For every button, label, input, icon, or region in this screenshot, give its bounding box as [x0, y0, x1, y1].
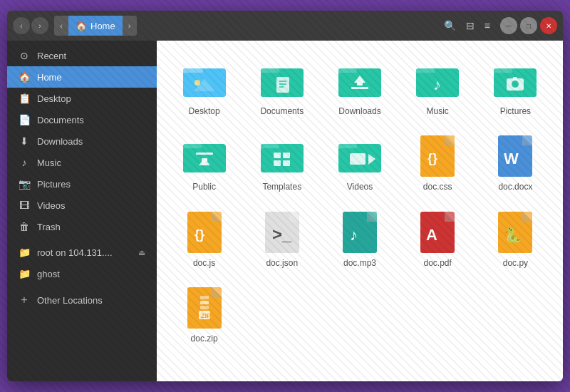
file-label-videos: Videos: [347, 182, 373, 192]
back-button[interactable]: ‹: [13, 17, 30, 34]
folder-icon-music: ♪: [415, 58, 460, 103]
file-icon-doc-docx: W: [492, 133, 538, 179]
sidebar-item-documents[interactable]: 📄 Documents: [7, 109, 157, 130]
file-item-desktop[interactable]: Desktop: [168, 52, 240, 122]
breadcrumb-left-arrow[interactable]: ‹: [54, 16, 68, 36]
file-label-public: Public: [192, 182, 216, 192]
file-item-documents[interactable]: Documents: [246, 52, 318, 122]
sidebar-item-recent[interactable]: ⊙ Recent: [7, 45, 157, 66]
sidebar-item-pictures[interactable]: 📷 Pictures: [7, 173, 157, 195]
file-label-doc-js: doc.js: [193, 258, 215, 268]
desktop-icon: 📋: [19, 93, 30, 104]
svg-rect-44: [350, 153, 366, 165]
file-icon-doc-css: {}: [415, 133, 460, 179]
file-label-templates: Templates: [262, 182, 301, 192]
svg-rect-37: [274, 153, 281, 158]
file-item-downloads[interactable]: Downloads: [323, 52, 395, 122]
sidebar-item-music[interactable]: ♪ Music: [7, 152, 157, 173]
file-item-templates[interactable]: Templates: [246, 128, 318, 197]
file-icon-doc-py: 🐍: [492, 210, 538, 255]
file-item-doc-py[interactable]: 🐍 doc.py: [480, 204, 551, 274]
file-label-doc-mp3: doc.mp3: [343, 258, 376, 268]
svg-point-4: [195, 80, 200, 86]
svg-rect-38: [283, 153, 290, 158]
file-label-music: Music: [427, 106, 449, 116]
sidebar-item-ghost[interactable]: 📁 ghost: [7, 263, 157, 284]
breadcrumb-home[interactable]: 🏠 Home: [68, 16, 123, 36]
menu-button[interactable]: ≡: [482, 17, 493, 34]
file-item-doc-docx[interactable]: W doc.docx: [480, 128, 551, 197]
sidebar-label-recent: Recent: [37, 51, 66, 61]
svg-rect-77: [200, 296, 209, 299]
breadcrumb-right-arrow[interactable]: ›: [123, 16, 137, 36]
file-item-doc-mp3[interactable]: ♪ doc.mp3: [323, 204, 395, 274]
folder-icon-templates: [259, 133, 305, 179]
file-label-pictures: Pictures: [500, 106, 531, 116]
search-button[interactable]: 🔍: [441, 17, 459, 34]
sidebar-item-root-mount[interactable]: 📁 root on 104.131.... ⏏: [7, 242, 157, 263]
music-icon: ♪: [19, 157, 30, 168]
file-label-desktop: Desktop: [189, 106, 220, 116]
file-item-doc-js[interactable]: {} doc.js: [168, 204, 240, 274]
files-area: Desktop: [157, 41, 563, 381]
svg-text:W: W: [504, 150, 519, 167]
eject-icon[interactable]: ⏏: [138, 248, 145, 257]
svg-rect-36: [261, 148, 304, 172]
sidebar-label-pictures: Pictures: [37, 179, 71, 190]
forward-button[interactable]: ›: [31, 17, 48, 34]
sidebar-item-home[interactable]: 🏠 Home: [7, 66, 157, 88]
svg-text:{}: {}: [428, 151, 437, 165]
svg-rect-68: [445, 212, 455, 222]
svg-rect-48: [445, 135, 455, 145]
sidebar-item-desktop[interactable]: 📋 Desktop: [7, 88, 157, 109]
sidebar-item-downloads[interactable]: ⬇ Downloads: [7, 130, 157, 152]
file-item-music[interactable]: ♪ Music: [402, 52, 474, 122]
nav-arrows: ‹ ›: [13, 17, 48, 34]
svg-rect-60: [289, 212, 299, 222]
file-label-doc-json: doc.json: [266, 258, 298, 268]
videos-icon: 🎞: [19, 200, 30, 211]
file-icon-doc-json: >_: [259, 210, 305, 255]
sidebar-label-trash: Trash: [37, 222, 61, 232]
file-item-doc-css[interactable]: {} doc.css: [402, 128, 474, 197]
sidebar-label-other: Other Locations: [37, 295, 103, 306]
file-label-downloads: Downloads: [338, 106, 380, 116]
file-item-public[interactable]: Public: [168, 128, 240, 197]
file-item-pictures[interactable]: Pictures: [480, 52, 551, 122]
file-item-videos[interactable]: Videos: [323, 128, 395, 197]
close-button[interactable]: ✕: [540, 17, 557, 34]
folder-icon-pictures: [492, 58, 538, 103]
svg-rect-79: [200, 306, 209, 309]
svg-rect-40: [283, 160, 290, 166]
svg-rect-16: [357, 82, 363, 86]
trash-icon: 🗑: [19, 221, 30, 232]
home-sidebar-icon: 🏠: [19, 71, 30, 83]
file-item-doc-zip[interactable]: ZIP doc.zip: [168, 279, 240, 349]
file-item-doc-pdf[interactable]: A doc.pdf: [402, 204, 474, 274]
sidebar-item-videos[interactable]: 🎞 Videos: [7, 195, 157, 216]
file-label-documents: Documents: [260, 106, 304, 116]
svg-rect-27: [513, 77, 517, 80]
svg-rect-39: [274, 160, 281, 166]
svg-text:♪: ♪: [433, 76, 441, 93]
folder-icon-documents: [259, 58, 305, 103]
file-label-doc-docx: doc.docx: [498, 182, 532, 192]
folder-icon-videos: [337, 133, 383, 179]
svg-rect-32: [202, 158, 207, 162]
sidebar-item-trash[interactable]: 🗑 Trash: [7, 216, 157, 237]
pictures-icon: 📷: [19, 178, 30, 190]
sidebar-label-home: Home: [37, 72, 62, 83]
file-icon-doc-pdf: A: [415, 210, 460, 255]
maximize-button[interactable]: □: [520, 17, 537, 34]
svg-rect-76: [212, 287, 222, 297]
svg-rect-72: [522, 212, 532, 222]
view-list-button[interactable]: ⊟: [463, 17, 477, 34]
sidebar-other-locations[interactable]: + Other Locations: [7, 289, 157, 311]
sidebar-label-desktop: Desktop: [37, 93, 71, 104]
file-icon-doc-zip: ZIP: [182, 285, 227, 331]
svg-rect-64: [367, 212, 377, 222]
file-item-doc-json[interactable]: >_ doc.json: [246, 204, 318, 274]
root-mount-icon: 📁: [19, 247, 30, 258]
sidebar-label-ghost: ghost: [37, 269, 60, 279]
minimize-button[interactable]: ─: [500, 17, 517, 34]
